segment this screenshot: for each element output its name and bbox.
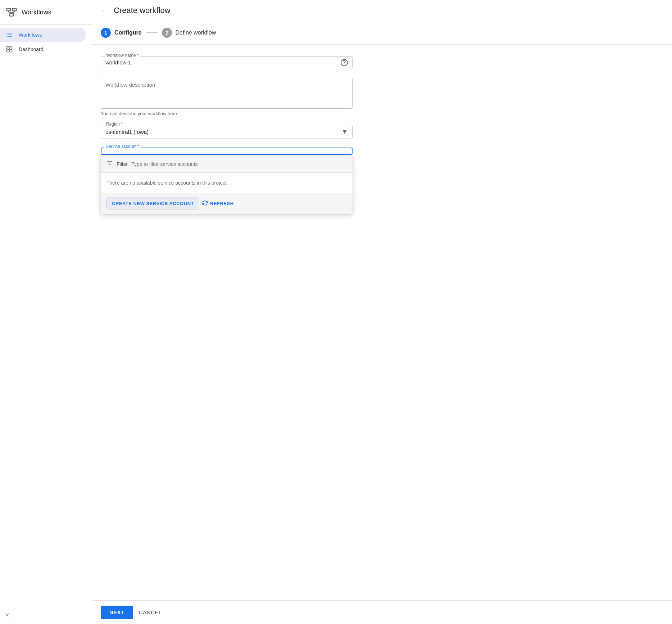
refresh-label: REFRESH <box>210 201 234 206</box>
region-field: Region us-central1 (Iowa) ▼ <box>101 125 353 139</box>
service-account-field: Service account * Filter <box>101 148 353 155</box>
svg-rect-8 <box>8 33 12 33</box>
service-account-label: Service account * <box>104 144 141 149</box>
form-area: Workflow name ? You can describe your wo… <box>92 45 672 600</box>
svg-rect-2 <box>10 14 14 16</box>
chevron-down-icon: ▼ <box>341 128 348 136</box>
svg-rect-9 <box>7 35 8 35</box>
step-1-circle: 1 <box>101 28 111 38</box>
step-divider <box>146 32 158 33</box>
steps-bar: 1 Configure 2 Define workflow <box>92 21 672 45</box>
refresh-button[interactable]: REFRESH <box>202 200 234 207</box>
svg-rect-12 <box>8 36 12 37</box>
main-content: ← Create workflow 1 Configure 2 Define w… <box>92 0 672 624</box>
workflow-description-input[interactable] <box>105 82 348 103</box>
no-service-accounts-message: There are no available service accounts … <box>101 173 353 193</box>
workflow-name-field: Workflow name ? <box>101 56 353 69</box>
svg-rect-10 <box>8 35 12 35</box>
svg-rect-1 <box>13 8 17 11</box>
region-select[interactable]: Region us-central1 (Iowa) ▼ <box>101 125 353 139</box>
step-2-label: Define workflow <box>176 30 216 36</box>
refresh-icon <box>202 200 208 207</box>
step-2-circle: 2 <box>162 28 172 38</box>
sidebar-item-dashboard-label: Dashboard <box>19 46 44 52</box>
svg-rect-16 <box>10 50 12 52</box>
next-button[interactable]: NEXT <box>101 606 133 619</box>
svg-rect-11 <box>7 36 8 37</box>
workflow-description-field: You can describe your workflow here. <box>101 78 353 116</box>
workflow-name-wrapper: Workflow name ? <box>101 56 353 69</box>
back-icon: ← <box>101 6 108 15</box>
workflows-logo-icon <box>6 6 17 18</box>
step-1-label: Configure <box>114 30 142 36</box>
workflow-name-input[interactable] <box>105 59 348 65</box>
sidebar-header: Workflows <box>0 0 92 25</box>
workflow-description-wrapper <box>101 78 353 109</box>
svg-rect-14 <box>10 47 12 49</box>
cancel-button[interactable]: CANCEL <box>139 609 162 615</box>
filter-icon <box>106 160 113 168</box>
page-title: Create workflow <box>114 6 171 15</box>
back-button[interactable]: ← <box>101 6 108 15</box>
step-configure: 1 Configure <box>101 28 142 38</box>
sidebar-app-title: Workflows <box>22 9 51 16</box>
help-icon: ? <box>341 59 348 66</box>
svg-rect-0 <box>7 8 11 11</box>
service-account-select[interactable]: Service account * <box>101 148 353 155</box>
footer: NEXT CANCEL <box>92 600 672 624</box>
svg-rect-15 <box>7 50 9 52</box>
sidebar-item-workflows-label: Workflows <box>19 32 42 38</box>
create-service-account-button[interactable]: CREATE NEW SERVICE ACCOUNT <box>106 198 199 209</box>
sidebar: Workflows Workflows <box>0 0 92 624</box>
page-header: ← Create workflow <box>92 0 672 21</box>
filter-label: Filter <box>117 161 128 167</box>
service-account-filter-input[interactable] <box>131 161 347 167</box>
dropdown-filter-row: Filter <box>101 155 353 173</box>
form-container: Workflow name ? You can describe your wo… <box>101 56 353 189</box>
collapse-sidebar-button[interactable]: < <box>0 606 92 624</box>
step-define-workflow: 2 Define workflow <box>162 28 216 38</box>
svg-rect-13 <box>7 47 9 49</box>
sidebar-nav: Workflows Dashboard <box>0 25 92 606</box>
workflow-description-hint: You can describe your workflow here. <box>101 111 353 116</box>
sidebar-item-dashboard[interactable]: Dashboard <box>0 42 86 56</box>
region-label: Region <box>105 122 124 127</box>
region-value: us-central1 (Iowa) <box>105 129 149 135</box>
svg-rect-7 <box>7 33 8 33</box>
collapse-icon: < <box>6 612 9 618</box>
list-icon <box>6 31 13 39</box>
workflow-name-label: Workflow name <box>105 53 140 58</box>
dropdown-actions: CREATE NEW SERVICE ACCOUNT REFRESH <box>101 193 353 214</box>
dashboard-icon <box>6 46 13 53</box>
sidebar-item-workflows[interactable]: Workflows <box>0 28 86 42</box>
service-account-dropdown: Filter There are no available service ac… <box>101 155 353 214</box>
